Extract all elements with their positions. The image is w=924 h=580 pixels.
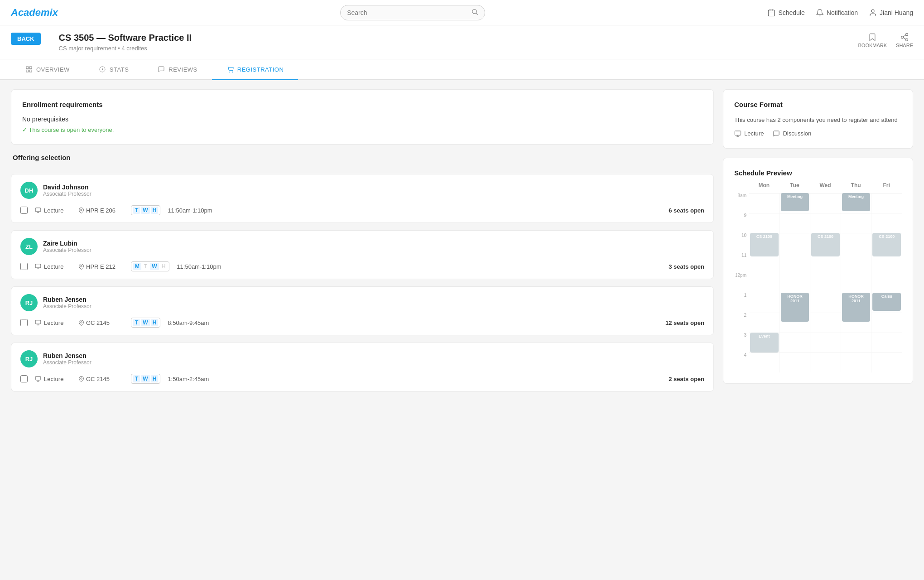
event-honor-tue: HONOR 2011 bbox=[781, 293, 809, 322]
course-format-title: Course Format bbox=[734, 101, 902, 108]
time-1: 11:50am-1:10pm bbox=[177, 263, 236, 270]
tab-stats[interactable]: STATS bbox=[84, 59, 143, 80]
event-meeting-thu: Meeting bbox=[842, 193, 871, 211]
tab-overview-label: OVERVIEW bbox=[36, 66, 70, 73]
event-cs2100-mon: CS 2100 bbox=[750, 233, 779, 256]
time-0: 11:50am-1:10pm bbox=[168, 207, 226, 214]
instructor-role-0: Associate Professor bbox=[43, 191, 91, 197]
user-name: Jiani Huang bbox=[880, 9, 913, 16]
app-logo: Academix bbox=[11, 7, 58, 19]
bookmark-label: BOOKMARK bbox=[858, 43, 887, 48]
tab-reviews[interactable]: REVIEWS bbox=[143, 59, 212, 80]
back-button[interactable]: BACK bbox=[11, 33, 41, 45]
location-text-1: HPR E 212 bbox=[86, 263, 116, 270]
event-class-fri: Calss bbox=[872, 293, 901, 311]
location-icon-1 bbox=[78, 264, 84, 270]
instructor-info-0: DH David Johnson Associate Professor bbox=[20, 182, 704, 199]
day-W-2: W bbox=[141, 319, 149, 326]
time-3: 1:50am-2:45am bbox=[168, 376, 226, 382]
open-text: This course is open to everyone. bbox=[22, 126, 703, 133]
instructor-block-2: RJ Ruben Jensen Associate Professor Lect… bbox=[11, 286, 714, 335]
svg-point-6 bbox=[871, 10, 874, 12]
overview-icon bbox=[25, 66, 33, 73]
course-meta: CS major requirement • 4 credites bbox=[59, 45, 192, 52]
offering-title: Offering selection bbox=[11, 154, 714, 167]
schedule-nav[interactable]: Schedule bbox=[767, 9, 804, 17]
day-W2-1: W bbox=[150, 263, 159, 270]
course-format-card: Course Format This course has 2 componen… bbox=[723, 89, 913, 149]
search-button[interactable] bbox=[471, 8, 478, 17]
section-type-1: Lecture bbox=[44, 263, 63, 270]
instructor-role-3: Associate Professor bbox=[43, 359, 91, 366]
avatar-1: ZL bbox=[20, 238, 38, 255]
lecture-icon-3 bbox=[35, 376, 41, 382]
course-title: CS 3505 — Software Practice II bbox=[59, 33, 192, 43]
section-type-0: Lecture bbox=[44, 207, 63, 214]
notification-nav[interactable]: Notification bbox=[816, 9, 858, 17]
location-icon-2 bbox=[78, 320, 84, 326]
offering-section: Offering selection DH David Johnson Asso… bbox=[11, 154, 714, 392]
section-checkbox-2[interactable] bbox=[20, 319, 28, 326]
svg-rect-14 bbox=[29, 70, 32, 72]
svg-line-1 bbox=[476, 13, 478, 15]
app-header: Academix Schedule Notification Jiani Hua… bbox=[0, 0, 924, 25]
svg-point-9 bbox=[906, 39, 908, 41]
day-H-2: H bbox=[151, 319, 159, 326]
location-1: HPR E 212 bbox=[78, 263, 124, 270]
tab-overview[interactable]: OVERVIEW bbox=[11, 59, 84, 80]
header-nav: Schedule Notification Jiani Huang bbox=[767, 9, 913, 17]
days-badges-1: M T W H bbox=[131, 261, 169, 271]
share-button[interactable]: SHARE bbox=[896, 33, 913, 48]
user-nav[interactable]: Jiani Huang bbox=[869, 9, 913, 17]
share-label: SHARE bbox=[896, 43, 913, 48]
schedule-card: Schedule Preview 8am 9 10 11 12pm 1 2 3 … bbox=[723, 158, 913, 384]
seats-1: 3 seats open bbox=[669, 263, 704, 270]
avatar-initials-3: RJ bbox=[25, 356, 33, 362]
schedule-label: Schedule bbox=[778, 9, 804, 16]
instructor-details-3: Ruben Jensen Associate Professor bbox=[43, 352, 91, 366]
lecture-row-0: Lecture HPR E 206 T W H 11:50am-1:10pm 6… bbox=[20, 205, 704, 215]
day-T-2: T bbox=[133, 319, 140, 326]
instructor-name-2: Ruben Jensen bbox=[43, 296, 91, 303]
time-8am: 8am bbox=[734, 193, 749, 213]
instructor-block-0: DH David Johnson Associate Professor Lec… bbox=[11, 174, 714, 223]
search-input[interactable] bbox=[347, 9, 471, 16]
section-checkbox-3[interactable] bbox=[20, 375, 28, 382]
tab-registration[interactable]: REGISTRATION bbox=[212, 59, 298, 80]
bookmark-button[interactable]: BOOKMARK bbox=[858, 33, 887, 48]
location-0: HPR E 206 bbox=[78, 207, 124, 214]
day-fri: Fri bbox=[871, 182, 902, 193]
svg-line-11 bbox=[903, 35, 906, 36]
col-mon: CS 2100 Event bbox=[749, 193, 780, 372]
day-headers: Mon Tue Wed Thu Fri bbox=[749, 182, 902, 193]
section-checkbox-0[interactable] bbox=[20, 207, 28, 214]
location-icon-3 bbox=[78, 376, 84, 382]
location-icon-0 bbox=[78, 208, 84, 213]
tab-stats-label: STATS bbox=[110, 66, 129, 73]
days-badges-3: T W H bbox=[131, 374, 160, 384]
lecture-label-2: Lecture bbox=[35, 319, 71, 326]
lecture-label-1: Lecture bbox=[35, 263, 71, 270]
format-discussion: Discussion bbox=[773, 130, 811, 137]
day-W-1: T bbox=[142, 263, 149, 270]
avatar-initials-2: RJ bbox=[25, 300, 33, 306]
svg-rect-19 bbox=[35, 208, 41, 212]
svg-point-26 bbox=[81, 265, 82, 266]
stats-icon bbox=[99, 66, 106, 73]
svg-rect-35 bbox=[735, 131, 741, 135]
svg-point-30 bbox=[81, 321, 82, 323]
svg-rect-15 bbox=[26, 70, 29, 72]
discussion-format-icon bbox=[773, 130, 780, 137]
enrollment-card: Enrollment requirements No prerequisites… bbox=[11, 89, 714, 145]
svg-point-22 bbox=[81, 209, 82, 210]
lecture-icon-0 bbox=[35, 207, 41, 213]
svg-point-34 bbox=[81, 377, 82, 379]
time-1: 1 bbox=[734, 293, 749, 313]
instructor-details-2: Ruben Jensen Associate Professor bbox=[43, 296, 91, 309]
avatar-initials-0: DH bbox=[25, 187, 34, 194]
schedule-days-container: Mon Tue Wed Thu Fri bbox=[749, 182, 902, 372]
location-text-0: HPR E 206 bbox=[86, 207, 116, 214]
section-checkbox-1[interactable] bbox=[20, 263, 28, 270]
svg-rect-2 bbox=[769, 10, 775, 16]
col-thu: Meeting HONOR 2011 bbox=[841, 193, 871, 372]
